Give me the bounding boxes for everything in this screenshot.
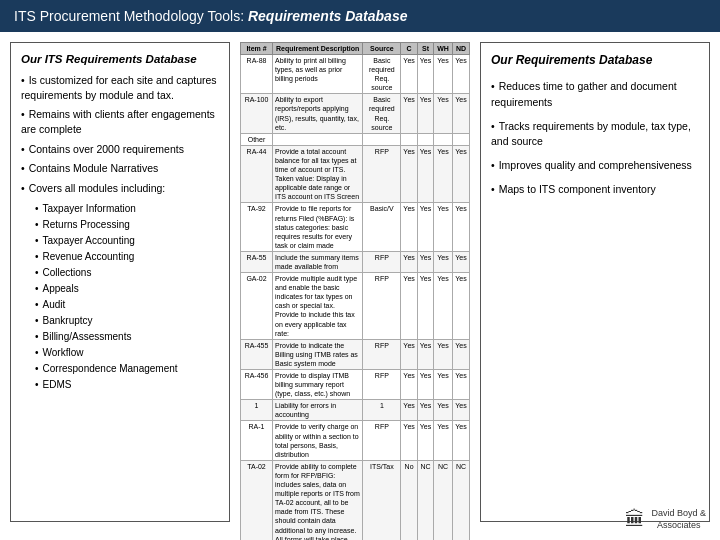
table-cell-6-6: Yes [452, 273, 469, 340]
bullet-4: Contains Module Narratives [21, 161, 219, 176]
table-cell-2-0: Other [241, 133, 273, 145]
bullet-1: Is customized for each site and captures… [21, 73, 219, 102]
right-panel-heading: Our Requirements Database [491, 53, 699, 67]
header-prefix: ITS Procurement Methodology Tools: [14, 8, 248, 24]
table-cell-6-5: Yes [434, 273, 453, 340]
module-appeals: Appeals [35, 281, 219, 297]
right-bullet-4: Maps to ITS component inventory [491, 182, 699, 198]
table-cell-0-5: Yes [434, 55, 453, 94]
module-revenue-accounting: Revenue Accounting [35, 249, 219, 265]
table-cell-7-5: Yes [434, 339, 453, 369]
table-cell-7-3: Yes [401, 339, 417, 369]
col-header-wh: WH [434, 43, 453, 55]
table-row: Other [241, 133, 470, 145]
table-cell-4-6: Yes [452, 203, 469, 251]
module-edms: EDMS [35, 377, 219, 393]
table-cell-9-5: Yes [434, 400, 453, 421]
table-cell-1-5: Yes [434, 94, 453, 133]
table-row: TA-02Provide ability to complete form fo… [241, 460, 470, 540]
table-cell-3-4: Yes [417, 145, 433, 203]
table-cell-2-5 [434, 133, 453, 145]
table-cell-3-6: Yes [452, 145, 469, 203]
table-cell-10-2: RFP [363, 421, 401, 460]
table-cell-10-3: Yes [401, 421, 417, 460]
table-cell-3-3: Yes [401, 145, 417, 203]
table-cell-10-1: Provide to verify charge on ability or w… [273, 421, 363, 460]
table-cell-5-5: Yes [434, 251, 453, 272]
bullet-3: Contains over 2000 requirements [21, 142, 219, 157]
module-workflow: Workflow [35, 345, 219, 361]
table-cell-5-6: Yes [452, 251, 469, 272]
table-cell-1-1: Ability to export reports/reports applyi… [273, 94, 363, 133]
col-header-st: St [417, 43, 433, 55]
module-correspondence: Correspondence Management [35, 361, 219, 377]
table-cell-9-6: Yes [452, 400, 469, 421]
table-cell-6-2: RFP [363, 273, 401, 340]
table-cell-6-0: GA-02 [241, 273, 273, 340]
module-collections: Collections [35, 265, 219, 281]
table-cell-7-0: RA-455 [241, 339, 273, 369]
right-bullet-2: Tracks requirements by module, tax type,… [491, 119, 699, 151]
col-header-nd: ND [452, 43, 469, 55]
right-bullet-1: Reduces time to gather and document requ… [491, 79, 699, 111]
table-cell-10-0: RA-1 [241, 421, 273, 460]
table-row: RA-455Provide to indicate the Billing us… [241, 339, 470, 369]
module-taxpayer-info: Taxpayer Information [35, 201, 219, 217]
table-row: GA-02Provide multiple audit type and ena… [241, 273, 470, 340]
table-row: RA-88Ability to print all billing types,… [241, 55, 470, 94]
left-panel-heading: Our ITS Requirements Database [21, 53, 219, 65]
table-cell-8-1: Provide to display ITMB billing summary … [273, 370, 363, 400]
table-cell-6-4: Yes [417, 273, 433, 340]
table-cell-0-0: RA-88 [241, 55, 273, 94]
table-row: TA-92Provide to file reports for returns… [241, 203, 470, 251]
table-cell-7-2: RFP [363, 339, 401, 369]
table-cell-0-4: Yes [417, 55, 433, 94]
table-cell-11-4: NC [417, 460, 433, 540]
table-cell-0-2: Basic required Req. source [363, 55, 401, 94]
table-cell-9-3: Yes [401, 400, 417, 421]
module-audit: Audit [35, 297, 219, 313]
table-cell-1-4: Yes [417, 94, 433, 133]
table-cell-4-4: Yes [417, 203, 433, 251]
table-cell-0-6: Yes [452, 55, 469, 94]
table-cell-1-2: Basic required Req. source [363, 94, 401, 133]
table-cell-3-0: RA-44 [241, 145, 273, 203]
modules-list: Taxpayer Information Returns Processing … [35, 201, 219, 393]
left-panel: Our ITS Requirements Database Is customi… [10, 42, 230, 522]
table-cell-3-5: Yes [434, 145, 453, 203]
header-title: Requirements Database [248, 8, 408, 24]
table-cell-4-3: Yes [401, 203, 417, 251]
table-cell-8-5: Yes [434, 370, 453, 400]
table-cell-2-3 [401, 133, 417, 145]
table-cell-2-4 [417, 133, 433, 145]
table-cell-8-6: Yes [452, 370, 469, 400]
table-cell-9-2: 1 [363, 400, 401, 421]
table-row: RA-44Provide a total account balance for… [241, 145, 470, 203]
table-cell-10-4: Yes [417, 421, 433, 460]
table-cell-8-4: Yes [417, 370, 433, 400]
table-cell-11-5: NC [434, 460, 453, 540]
table-cell-11-1: Provide ability to complete form for RFP… [273, 460, 363, 540]
table-cell-9-4: Yes [417, 400, 433, 421]
module-taxpayer-accounting: Taxpayer Accounting [35, 233, 219, 249]
table-cell-9-1: Liability for errors in accounting [273, 400, 363, 421]
table-cell-6-1: Provide multiple audit type and enable t… [273, 273, 363, 340]
table-cell-5-2: RFP [363, 251, 401, 272]
table-cell-4-2: Basic/V [363, 203, 401, 251]
table-cell-7-1: Provide to indicate the Billing using IT… [273, 339, 363, 369]
module-billing: Billing/Assessments [35, 329, 219, 345]
table-cell-8-0: RA-456 [241, 370, 273, 400]
bullet-2: Remains with clients after engagements a… [21, 107, 219, 136]
footer: 🏛 David Boyd &Associates [625, 507, 706, 532]
table-cell-11-6: NC [452, 460, 469, 540]
table-cell-4-0: TA-92 [241, 203, 273, 251]
table-cell-11-3: No [401, 460, 417, 540]
company-name: David Boyd &Associates [651, 507, 706, 532]
requirements-table-panel: Item # Requirement Description Source C … [240, 42, 470, 522]
table-cell-4-5: Yes [434, 203, 453, 251]
requirements-table: Item # Requirement Description Source C … [240, 42, 470, 540]
table-row: RA-100Ability to export reports/reports … [241, 94, 470, 133]
table-cell-1-0: RA-100 [241, 94, 273, 133]
table-cell-7-4: Yes [417, 339, 433, 369]
table-cell-3-1: Provide a total account balance for all … [273, 145, 363, 203]
